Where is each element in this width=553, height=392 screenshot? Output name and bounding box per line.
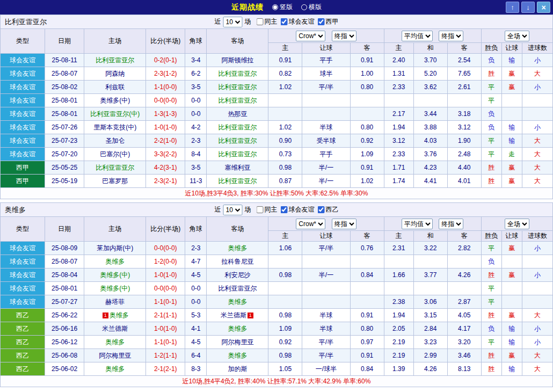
asian-odds-time-select[interactable]: 终指	[332, 31, 356, 41]
filter-checkbox-group: 同主球会友谊西甲	[253, 17, 339, 26]
asian-odds-time-select[interactable]: 终指	[332, 219, 356, 229]
sub-header-goals: 进球数	[522, 43, 552, 54]
filter-checkbox[interactable]	[318, 18, 325, 25]
home-team-cell: 奥维多(中)	[84, 268, 146, 282]
score-cell: 1-2(1-1)	[146, 349, 185, 362]
asian-away-odds-cell	[350, 94, 384, 107]
close-button[interactable]: ×	[537, 2, 550, 13]
euro-draw-odds-cell: 4.26	[413, 362, 447, 376]
team-name-text: 奥维多	[228, 352, 247, 359]
euro-draw-odds-cell: 3.70	[413, 54, 447, 67]
away-team-cell: 塞维利亚	[207, 161, 268, 175]
euro-draw-odds-cell: 2.84	[413, 322, 447, 336]
home-team-cell: 比利亚雷亚尔	[84, 54, 146, 67]
euro-home-odds-cell	[384, 255, 413, 268]
euro-home-odds-cell: 1.71	[384, 161, 413, 175]
away-team-cell: 阿斯顿维拉	[207, 54, 268, 67]
asian-handicap-cell: 球半	[302, 67, 350, 81]
score-cell: 1-1(0-1)	[146, 295, 185, 309]
team-name-text: 奥维多	[228, 298, 247, 306]
away-team-cell: 利安尼沙	[207, 268, 268, 282]
scroll-down-button[interactable]: ↓	[521, 2, 535, 13]
away-team-cell: 比利亚雷亚尔	[207, 121, 268, 134]
filter-option[interactable]: 西乙	[318, 205, 339, 214]
filter-label: 同主	[265, 205, 278, 214]
euro-home-odds-cell: 1.94	[384, 309, 413, 322]
euro-draw-odds-cell: 5.20	[413, 67, 447, 81]
asian-home-odds-cell	[268, 94, 302, 107]
competition-type-cell: 球会友谊	[1, 67, 45, 81]
result-cell: 平	[481, 242, 501, 255]
sub-header-asian-away: 客	[350, 43, 384, 54]
asian-away-odds-cell: 0.91	[350, 54, 384, 67]
competition-type-cell: 球会友谊	[1, 148, 45, 161]
result-cell: 胜	[481, 161, 501, 175]
filter-option[interactable]: 西甲	[318, 17, 339, 26]
recent-results-panel: 近期战绩 竖版 横版 ↑ ↓ × 比利亚雷亚尔 近 10 场 同主球会友谊西甲	[0, 0, 553, 387]
layout-vertical-radio[interactable]	[272, 4, 278, 10]
euro-home-odds-cell	[384, 94, 413, 107]
handicap-result-cell: 赢	[501, 268, 522, 282]
handicap-result-cell: 赢	[501, 242, 522, 255]
sub-header-result: 胜负	[481, 43, 501, 54]
filter-checkbox[interactable]	[257, 206, 264, 213]
asian-handicap-cell	[302, 282, 350, 295]
team-name-text: 比利亚雷亚尔	[218, 83, 257, 91]
result-cell: 负	[481, 255, 501, 268]
asian-handicap-cell: 半球	[302, 309, 350, 322]
team-section-1: 比利亚雷亚尔 近 10 场 同主球会友谊西甲 类型 日期 主场 比分(半场)	[0, 14, 553, 199]
layout-horizontal-option[interactable]: 横版	[301, 3, 322, 12]
corner-cell: 2-3	[185, 134, 207, 148]
filter-checkbox[interactable]	[281, 18, 288, 25]
handicap-result-cell	[501, 295, 522, 309]
recent-count-select[interactable]: 10	[223, 205, 243, 215]
euro-odds-time-select[interactable]: 终指	[439, 31, 463, 41]
euro-draw-odds-cell: 2.99	[413, 349, 447, 362]
match-scope-select[interactable]: 全场	[505, 31, 529, 41]
header-bar: 近期战绩 竖版 横版 ↑ ↓ ×	[0, 0, 553, 14]
filter-option[interactable]: 球会友谊	[281, 205, 315, 214]
corner-cell: 0-0	[185, 94, 207, 107]
euro-away-odds-cell: 2.54	[447, 54, 481, 67]
team-name-text: 奥维多	[105, 338, 125, 346]
euro-odds-source-select[interactable]: 平均值	[402, 219, 433, 229]
team-name: 奥维多	[1, 205, 26, 215]
filter-option[interactable]: 同主	[257, 17, 278, 26]
home-team-cell: 赫塔菲	[84, 295, 146, 309]
score-cell: 4-2(3-1)	[146, 161, 185, 175]
match-date-cell: 25-06-12	[45, 336, 84, 349]
recent-count-select[interactable]: 10	[223, 17, 243, 27]
match-row: 球会友谊25-07-26里斯本竞技(中)1-0(1-0)4-2比利亚雷亚尔1.0…	[1, 121, 553, 134]
competition-type-cell: 西乙	[1, 322, 45, 336]
home-team-cell: 米兰德斯	[84, 322, 146, 336]
asian-odds-source-select[interactable]: Crow*	[296, 31, 325, 41]
scroll-up-button[interactable]: ↑	[506, 2, 519, 13]
filter-checkbox[interactable]	[257, 18, 264, 25]
match-scope-select[interactable]: 全场	[505, 219, 529, 229]
euro-odds-source-select[interactable]: 平均值	[402, 31, 433, 41]
summary-row: 近10场,胜4平4负2, 胜率:40% 让胜率:57.1% 大率:42.9% 单…	[1, 376, 553, 387]
asian-home-odds-cell: 0.73	[268, 148, 302, 161]
asian-odds-source-select[interactable]: Crow*	[296, 219, 325, 229]
filter-checkbox[interactable]	[281, 206, 288, 213]
match-row: 球会友谊25-07-23圣加仑2-2(1-0)2-3比利亚雷亚尔0.90受半球0…	[1, 134, 553, 148]
competition-type-cell: 西甲	[1, 175, 45, 188]
result-cell: 平	[481, 94, 501, 107]
euro-odds-time-select[interactable]: 终指	[439, 219, 463, 229]
result-cell: 平	[481, 336, 501, 349]
filter-option[interactable]: 球会友谊	[281, 17, 315, 26]
home-team-cell: 1奥维多	[84, 309, 146, 322]
team-name-text: 比利亚雷亚尔	[218, 124, 257, 131]
result-cell: 平	[481, 81, 501, 94]
goals-result-cell	[522, 94, 552, 107]
result-cell: 胜	[481, 362, 501, 376]
filter-checkbox[interactable]	[318, 206, 325, 213]
layout-horizontal-radio[interactable]	[301, 4, 307, 10]
filter-option[interactable]: 同主	[257, 205, 278, 214]
corner-cell: 6-4	[185, 349, 207, 362]
competition-type-cell: 球会友谊	[1, 94, 45, 107]
asian-handicap-cell: 半/一	[302, 268, 350, 282]
layout-vertical-option[interactable]: 竖版	[272, 3, 293, 12]
home-team-cell: 巴塞尔(中)	[84, 148, 146, 161]
handicap-result-cell: 赢	[501, 175, 522, 188]
